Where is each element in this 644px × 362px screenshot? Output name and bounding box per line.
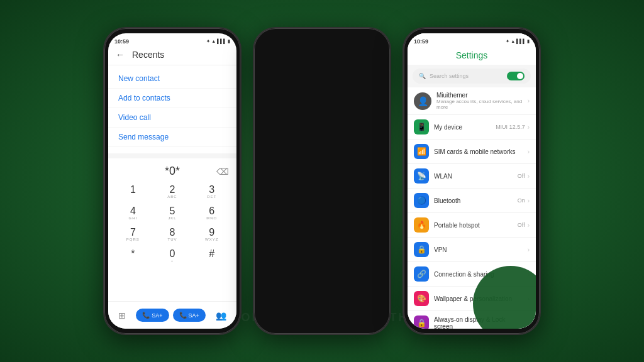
phone-settings-screen: 10:59 ✦ ▲ ▌▌▌ ▮ Settings 🔍 Search settin… xyxy=(408,33,536,329)
phone-settings: 10:59 ✦ ▲ ▌▌▌ ▮ Settings 🔍 Search settin… xyxy=(402,27,541,335)
page-title: Recents xyxy=(132,50,164,60)
dialpad: *0* ⌫ 1 2 ABC 3 DEF xyxy=(108,161,236,271)
device-icon: 📱 xyxy=(414,119,429,134)
wlan-value: Off xyxy=(518,173,525,179)
call-button-sa2[interactable]: 📞 SA+ xyxy=(173,309,206,322)
dial-key-star[interactable]: * xyxy=(113,246,153,267)
add-to-contacts-item[interactable]: Add to contacts xyxy=(108,89,236,108)
hotspot-name: Portable hotspot xyxy=(434,222,513,229)
dial-key-2[interactable]: 2 ABC xyxy=(153,182,192,203)
status-time-3: 10:59 xyxy=(414,38,428,45)
dial-display: *0* xyxy=(113,165,231,178)
contacts-icon[interactable]: 👥 xyxy=(216,310,226,321)
phone-icon-2: 📞 xyxy=(179,312,187,319)
settings-item-hotspot[interactable]: 🔥 Portable hotspot Off › xyxy=(408,213,536,238)
bluetooth-settings-icon: 🔵 xyxy=(414,193,429,208)
keypad-toggle-button[interactable]: ⊞ xyxy=(118,310,126,321)
wlan-icon: 📡 xyxy=(414,168,429,184)
phones-container: 10:59 ✦ ▲ ▌▌▌ ▮ ← Recents New contact Ad… xyxy=(103,27,541,335)
hotspot-text: Portable hotspot xyxy=(434,222,513,229)
video-call-item[interactable]: Video call xyxy=(108,108,236,128)
hotspot-value: Off xyxy=(518,222,525,228)
account-text: Miuithemer Manage accounts, cloud servic… xyxy=(436,92,523,110)
dial-key-hash[interactable]: # xyxy=(192,246,231,267)
back-button[interactable]: ← xyxy=(116,50,125,60)
vpn-icon: 🔒 xyxy=(414,242,429,257)
settings-item-vpn[interactable]: 🔒 VPN › xyxy=(408,238,536,262)
phone-dialer: 10:59 ✦ ▲ ▌▌▌ ▮ ← Recents New contact Ad… xyxy=(103,27,242,335)
battery-icon: ▮ xyxy=(228,39,230,44)
arrow-icon-2: › xyxy=(528,148,530,155)
dialpad-grid: 1 2 ABC 3 DEF 4 GHI xyxy=(113,182,231,267)
status-time-1: 10:59 xyxy=(114,38,129,45)
arrow-icon-5: › xyxy=(528,222,530,229)
always-on-icon: 🔒 xyxy=(414,315,429,329)
call-btn-label-1: SA+ xyxy=(152,312,162,319)
device-value: MIUI 12.5.7 xyxy=(496,124,525,130)
device-right: MIUI 12.5.7 › xyxy=(496,124,530,131)
bluetooth-icon-3: ✦ xyxy=(506,39,509,44)
account-sub: Manage accounts, cloud services, and mor… xyxy=(436,99,523,110)
bluetooth-right: On › xyxy=(518,197,530,204)
vpn-text: VPN xyxy=(434,246,523,253)
backspace-button[interactable]: ⌫ xyxy=(216,167,229,177)
status-bar-1: 10:59 ✦ ▲ ▌▌▌ ▮ xyxy=(108,33,236,47)
arrow-icon-3: › xyxy=(528,173,530,180)
device-text: My device xyxy=(434,124,491,131)
call-buttons: 📞 SA+ 📞 SA+ xyxy=(136,309,206,322)
settings-item-sim[interactable]: 📶 SIM cards & mobile networks › xyxy=(408,140,536,164)
arrow-icon-6: › xyxy=(528,246,530,253)
wlan-name: WLAN xyxy=(434,173,513,180)
status-bar-3: 10:59 ✦ ▲ ▌▌▌ ▮ xyxy=(408,33,536,47)
search-icon: 🔍 xyxy=(419,73,426,79)
hotspot-right: Off › xyxy=(518,222,530,229)
arrow-icon-0: › xyxy=(528,97,530,104)
dial-key-1[interactable]: 1 xyxy=(113,182,153,203)
phone1-bottom-bar: ⊞ 📞 SA+ 📞 SA+ 👥 xyxy=(108,301,236,329)
dial-key-7[interactable]: 7 PQRS xyxy=(113,224,153,246)
bluetooth-value: On xyxy=(518,197,525,204)
divider xyxy=(108,153,236,158)
settings-item-bluetooth[interactable]: 🔵 Bluetooth On › xyxy=(408,189,536,213)
connection-icon: 🔗 xyxy=(414,266,429,282)
dial-key-8[interactable]: 8 TUV xyxy=(153,224,192,246)
phone-icon-1: 📞 xyxy=(142,312,150,319)
signal-icon-3: ▌▌▌ xyxy=(516,39,526,43)
settings-item-account[interactable]: 👤 Miuithemer Manage accounts, cloud serv… xyxy=(408,87,536,115)
dial-key-3[interactable]: 3 DEF xyxy=(192,182,231,203)
wifi-icon: ▲ xyxy=(211,39,216,43)
dial-key-9[interactable]: 9 WXYZ xyxy=(192,224,231,246)
sim-text: SIM cards & mobile networks xyxy=(434,148,523,155)
dial-key-0[interactable]: 0 + xyxy=(153,246,192,267)
wifi-icon-3: ▲ xyxy=(511,39,515,43)
send-message-item[interactable]: Send message xyxy=(108,128,236,147)
status-icons-1: ✦ ▲ ▌▌▌ ▮ xyxy=(206,39,230,44)
settings-item-device[interactable]: 📱 My device MIUI 12.5.7 › xyxy=(408,115,536,140)
settings-item-wlan[interactable]: 📡 WLAN Off › xyxy=(408,164,536,189)
sim-icon: 📶 xyxy=(414,144,429,159)
toggle-switch[interactable] xyxy=(507,72,525,80)
dial-key-6[interactable]: 6 MNO xyxy=(192,203,231,224)
new-contact-item[interactable]: New contact xyxy=(108,69,236,89)
settings-search-bar[interactable]: 🔍 Search settings xyxy=(413,69,531,84)
wallpaper-icon: 🎨 xyxy=(414,291,429,306)
call-button-sa1[interactable]: 📞 SA+ xyxy=(136,309,169,322)
vpn-name: VPN xyxy=(434,246,523,253)
search-placeholder-text: Search settings xyxy=(430,73,503,79)
hotspot-icon: 🔥 xyxy=(414,217,429,233)
signal-icon: ▌▌▌ xyxy=(217,39,226,43)
contact-menu: New contact Add to contacts Video call S… xyxy=(108,65,236,151)
bluetooth-icon: ✦ xyxy=(206,39,210,44)
wlan-right: Off › xyxy=(518,173,530,180)
device-name: My device xyxy=(434,124,491,131)
dial-key-4[interactable]: 4 GHI xyxy=(113,203,153,224)
bluetooth-name: Bluetooth xyxy=(434,197,513,204)
dial-key-5[interactable]: 5 JKL xyxy=(153,203,192,224)
arrow-icon-1: › xyxy=(528,124,530,131)
bluetooth-text: Bluetooth xyxy=(434,197,513,204)
account-name: Miuithemer xyxy=(436,92,523,99)
dial-input-row: *0* ⌫ xyxy=(113,165,231,178)
phone-dialer-screen: 10:59 ✦ ▲ ▌▌▌ ▮ ← Recents New contact Ad… xyxy=(108,33,236,329)
wlan-text: WLAN xyxy=(434,173,513,180)
settings-title: Settings xyxy=(456,50,488,60)
